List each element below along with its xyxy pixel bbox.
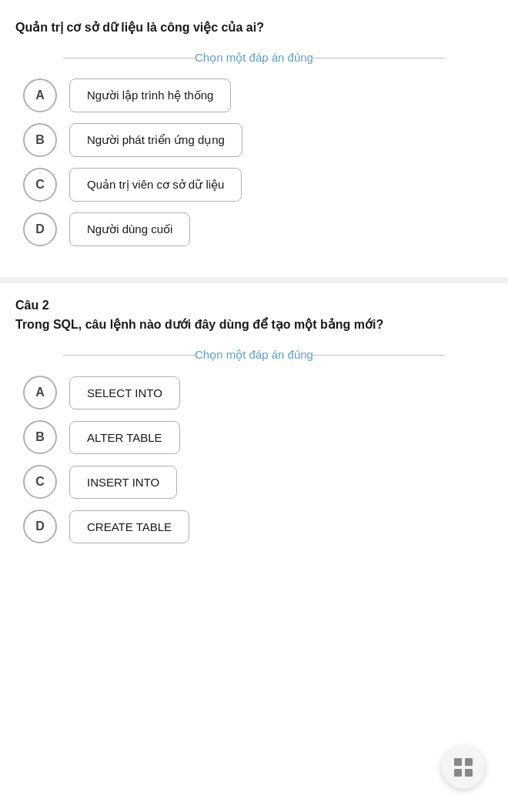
question-1-block: Quản trị cơ sở dữ liệu là công việc của … (0, 0, 508, 262)
option-a-circle: A (23, 79, 57, 112)
option-a2-circle: A (23, 376, 57, 409)
question-1-instruction: Chọn một đáp án đúng (15, 51, 493, 65)
fab-grid-button[interactable] (442, 746, 485, 789)
question-2-instruction: Chọn một đáp án đúng (15, 348, 493, 362)
question-2-title: Trong SQL, câu lệnh nào dưới đây dùng để… (15, 316, 493, 334)
list-item[interactable]: B Người phát triển ứng dụng (23, 123, 485, 157)
list-item[interactable]: C INSERT INTO (23, 465, 485, 499)
option-b2-circle: B (23, 420, 57, 454)
option-d2-circle: D (23, 510, 57, 543)
section-divider (0, 277, 508, 283)
option-c2-text: INSERT INTO (69, 466, 177, 499)
option-a-text: Người lập trình hệ thống (69, 79, 231, 112)
question-2-block: Câu 2 Trong SQL, câu lệnh nào dưới đây d… (0, 283, 508, 559)
question-1-title: Quản trị cơ sở dữ liệu là công việc của … (15, 18, 493, 37)
list-item[interactable]: B ALTER TABLE (23, 420, 485, 454)
option-c2-circle: C (23, 465, 57, 499)
grid-icon (454, 758, 473, 777)
question-2-number: Câu 2 (15, 299, 493, 312)
question-1-options: A Người lập trình hệ thống B Người phát … (15, 79, 493, 246)
question-2-options: A SELECT INTO B ALTER TABLE C INSERT INT… (15, 376, 493, 543)
option-b2-text: ALTER TABLE (69, 421, 180, 454)
list-item[interactable]: A SELECT INTO (23, 376, 485, 409)
list-item[interactable]: D CREATE TABLE (23, 510, 485, 543)
option-b-circle: B (23, 123, 57, 157)
option-d2-text: CREATE TABLE (69, 510, 189, 543)
list-item[interactable]: C Quản trị viên cơ sở dữ liệu (23, 168, 485, 202)
option-d-circle: D (23, 212, 57, 246)
option-b-text: Người phát triển ứng dụng (69, 123, 242, 157)
option-c-text: Quản trị viên cơ sở dữ liệu (69, 168, 242, 202)
option-d-text: Người dùng cuối (69, 212, 190, 246)
option-a2-text: SELECT INTO (69, 376, 180, 409)
list-item[interactable]: D Người dùng cuối (23, 212, 485, 246)
option-c-circle: C (23, 168, 57, 202)
list-item[interactable]: A Người lập trình hệ thống (23, 79, 485, 112)
